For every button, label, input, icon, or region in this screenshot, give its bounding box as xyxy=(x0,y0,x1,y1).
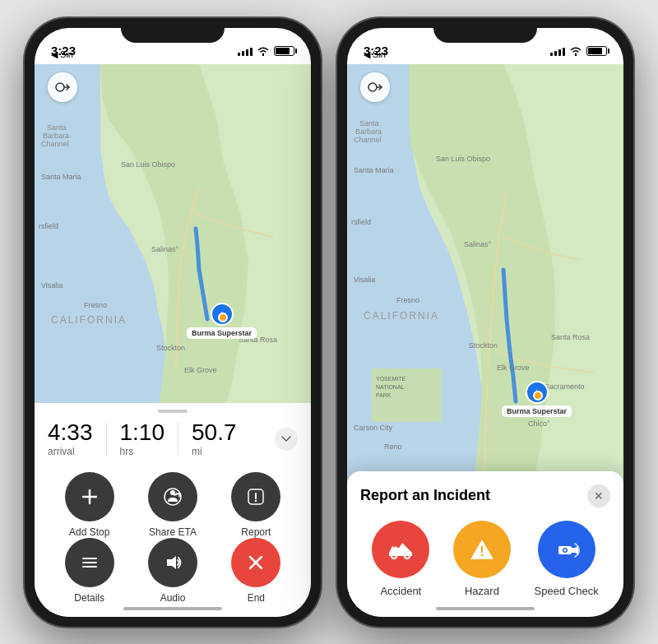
details-label: Details xyxy=(74,592,104,604)
signal-icon-1 xyxy=(238,46,253,56)
svg-point-62 xyxy=(563,549,566,551)
back-arrow-icon-1 xyxy=(55,81,70,93)
battery-icon-2 xyxy=(586,46,607,56)
audio-button[interactable]: Audio xyxy=(131,538,214,604)
svg-text:Santa Rosa: Santa Rosa xyxy=(551,333,590,341)
mi-label: mi xyxy=(192,446,237,457)
arrival-value: 4:33 xyxy=(48,421,93,444)
report-button[interactable]: Report xyxy=(215,472,298,538)
svg-point-23 xyxy=(255,499,257,501)
destination-pin-1: ▲ Burma Superstar xyxy=(187,303,257,339)
svg-text:rsfield: rsfield xyxy=(351,218,371,226)
svg-text:Elk Grove: Elk Grove xyxy=(497,364,530,372)
svg-text:Salinas°: Salinas° xyxy=(151,245,179,253)
svg-text:CALIFORNIA: CALIFORNIA xyxy=(364,310,439,322)
hrs-label: hrs xyxy=(120,446,165,457)
audio-label: Audio xyxy=(160,592,186,604)
svg-text:Barbara: Barbara xyxy=(43,132,69,140)
status-icons-2 xyxy=(550,46,607,56)
svg-text:Visalia: Visalia xyxy=(41,281,63,290)
details-button[interactable]: Details xyxy=(48,538,131,604)
svg-point-19 xyxy=(170,490,175,495)
phone-screen-2: 3:23 ◀ Siri xyxy=(347,28,623,617)
map-svg-2: Santa Barbara Channel Santa Maria San Lu… xyxy=(347,64,623,525)
svg-text:Santa: Santa xyxy=(47,123,67,132)
incident-header: Report an Incident ✕ xyxy=(360,484,610,507)
accident-icon xyxy=(372,521,429,578)
svg-marker-27 xyxy=(167,556,176,569)
svg-point-52 xyxy=(368,83,377,91)
svg-text:Barbara: Barbara xyxy=(355,127,382,136)
nav-stats: 4:33 arrival 1:10 hrs 50.7 mi xyxy=(35,413,311,466)
svg-text:rsfield: rsfield xyxy=(39,222,58,230)
report-label: Report xyxy=(241,526,271,538)
mi-value: 50.7 xyxy=(192,421,237,444)
svg-text:Santa Maria: Santa Maria xyxy=(354,166,394,174)
accident-option[interactable]: Accident xyxy=(372,521,429,597)
svg-text:Elk Grove: Elk Grove xyxy=(184,366,217,374)
speed-check-icon xyxy=(538,521,595,578)
battery-icon-1 xyxy=(274,46,294,56)
incident-options: Accident ! Hazard xyxy=(360,521,610,604)
svg-text:Fresno: Fresno xyxy=(84,301,107,309)
map-area-1: Santa Barbara Channel Santa Maria San Lu… xyxy=(35,64,311,410)
share-eta-button[interactable]: Share ETA xyxy=(131,472,214,538)
destination-pin-2: ▲ Burma Superstar xyxy=(502,381,572,417)
svg-text:Salinas°: Salinas° xyxy=(464,240,492,248)
stat-hrs: 1:10 hrs xyxy=(120,421,165,457)
back-button-2[interactable] xyxy=(360,72,390,102)
speed-check-option[interactable]: Speed Check xyxy=(535,521,599,597)
phone-2: 3:23 ◀ Siri xyxy=(337,18,633,627)
add-stop-icon xyxy=(65,472,114,521)
svg-text:Carson City: Carson City xyxy=(354,424,393,432)
stat-arrival: 4:33 arrival xyxy=(48,421,93,457)
phone-1: 3:23 ◀ Siri xyxy=(25,18,321,627)
status-icons-1 xyxy=(238,46,294,56)
svg-text:San Luis Obispo: San Luis Obispo xyxy=(121,160,175,169)
signal-icon-2 xyxy=(550,46,565,56)
share-eta-label: Share ETA xyxy=(149,526,197,538)
svg-text:San Luis Obispo: San Luis Obispo xyxy=(436,155,490,163)
details-icon xyxy=(65,538,114,587)
stat-divider-2 xyxy=(178,423,178,456)
end-icon xyxy=(231,538,280,587)
add-stop-button[interactable]: Add Stop xyxy=(48,472,131,538)
notch-1 xyxy=(121,18,225,43)
add-stop-label: Add Stop xyxy=(69,526,109,538)
end-button[interactable]: End xyxy=(215,538,298,604)
hazard-option[interactable]: ! Hazard xyxy=(453,521,511,597)
svg-text:Stockton: Stockton xyxy=(156,344,185,352)
svg-text:Channel: Channel xyxy=(354,136,382,144)
share-eta-icon xyxy=(148,472,197,521)
svg-text:Visalia: Visalia xyxy=(354,276,375,284)
notch-2 xyxy=(433,18,537,43)
back-button-1[interactable] xyxy=(48,72,77,102)
end-label: End xyxy=(248,592,265,604)
home-indicator-1 xyxy=(123,607,222,610)
svg-text:CALIFORNIA: CALIFORNIA xyxy=(51,314,127,326)
svg-text:Channel: Channel xyxy=(41,140,69,148)
expand-button[interactable] xyxy=(275,428,298,451)
hrs-value: 1:10 xyxy=(120,421,165,444)
incident-title: Report an Incident xyxy=(360,487,490,504)
svg-text:Fresno: Fresno xyxy=(396,296,419,304)
destination-label-1: Burma Superstar xyxy=(187,327,257,339)
map-area-2: Santa Barbara Channel Santa Maria San Lu… xyxy=(347,64,623,525)
nav-actions: Add Stop Share ETA xyxy=(35,466,311,617)
wifi-icon-2 xyxy=(569,46,582,56)
hazard-icon: ! xyxy=(453,521,511,578)
svg-text:NATIONAL: NATIONAL xyxy=(376,384,405,390)
close-icon: ✕ xyxy=(594,489,604,503)
incident-close-button[interactable]: ✕ xyxy=(587,484,610,507)
siri-label-2: ◀ Siri xyxy=(364,49,386,60)
svg-line-20 xyxy=(174,493,179,495)
destination-label-2: Burma Superstar xyxy=(502,405,572,417)
svg-text:YOSEMITE: YOSEMITE xyxy=(376,376,406,382)
audio-icon xyxy=(148,538,197,587)
home-indicator-2 xyxy=(436,607,535,610)
svg-point-14 xyxy=(56,83,64,91)
svg-text:Chico°: Chico° xyxy=(528,419,550,428)
svg-text:Stockton: Stockton xyxy=(469,341,498,350)
svg-text:!: ! xyxy=(480,544,484,558)
arrival-label: arrival xyxy=(48,446,93,457)
